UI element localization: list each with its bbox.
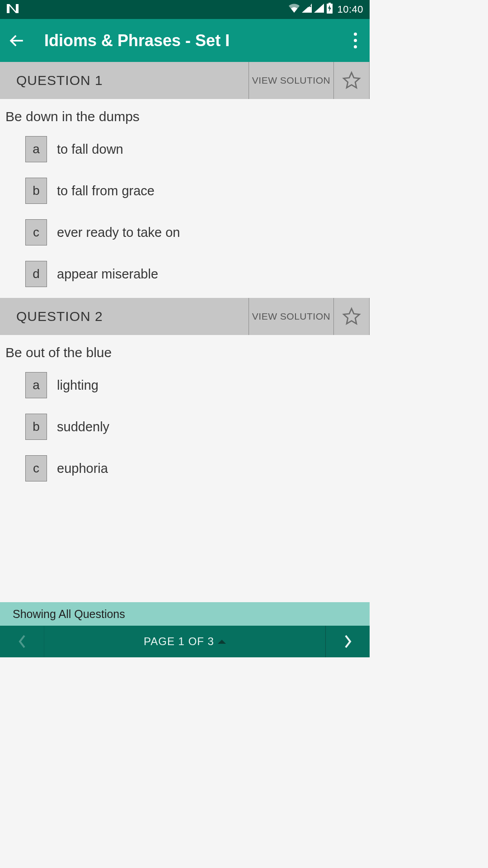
next-page-button[interactable] xyxy=(325,626,370,657)
chevron-left-icon xyxy=(17,634,27,649)
option-row[interactable]: b to fall from grace xyxy=(25,178,364,204)
signal-full-icon xyxy=(314,4,324,15)
status-left xyxy=(6,4,19,15)
footer-nav: PAGE 1 OF 3 xyxy=(0,626,370,657)
question-header-2: QUESTION 2 VIEW SOLUTION xyxy=(0,298,370,335)
dot-icon xyxy=(354,45,357,48)
question-body-2: Be out of the blue a lighting b suddenly… xyxy=(0,335,370,508)
option-letter: a xyxy=(25,136,47,162)
favorite-button[interactable] xyxy=(333,62,370,99)
option-row[interactable]: b suddenly xyxy=(25,414,364,440)
option-row[interactable]: c euphoria xyxy=(25,455,364,481)
question-body-1: Be down in the dumps a to fall down b to… xyxy=(0,99,370,298)
option-text: suddenly xyxy=(57,420,109,434)
status-time: 10:40 xyxy=(337,4,363,15)
option-text: ever ready to take on xyxy=(57,225,180,240)
question-label: QUESTION 2 xyxy=(0,298,249,335)
battery-charging-icon xyxy=(326,3,333,16)
wifi-icon xyxy=(289,4,300,15)
page-indicator[interactable]: PAGE 1 OF 3 xyxy=(44,626,325,657)
page-label: PAGE 1 OF 3 xyxy=(144,635,214,648)
view-solution-button[interactable]: VIEW SOLUTION xyxy=(249,62,333,99)
dot-icon xyxy=(354,39,357,42)
prev-page-button[interactable] xyxy=(0,626,44,657)
question-label: QUESTION 1 xyxy=(0,62,249,99)
triangle-up-icon xyxy=(218,640,226,644)
page-title: Idioms & Phrases - Set I xyxy=(44,31,349,50)
chevron-right-icon xyxy=(343,634,353,649)
option-text: to fall down xyxy=(57,142,123,157)
back-arrow-icon xyxy=(9,33,24,48)
option-row[interactable]: a lighting xyxy=(25,372,364,398)
option-text: lighting xyxy=(57,378,99,393)
status-bar: 10:40 xyxy=(0,0,370,19)
svg-rect-1 xyxy=(328,3,331,4)
star-outline-icon xyxy=(342,307,361,326)
option-letter: d xyxy=(25,261,47,287)
option-letter: c xyxy=(25,455,47,481)
option-letter: c xyxy=(25,219,47,245)
android-n-logo xyxy=(6,4,19,15)
back-button[interactable] xyxy=(8,33,24,49)
signal-x-icon xyxy=(302,4,312,15)
option-letter: a xyxy=(25,372,47,398)
option-letter: b xyxy=(25,414,47,440)
option-row[interactable]: d appear miserable xyxy=(25,261,364,287)
showing-banner: Showing All Questions xyxy=(0,602,370,626)
option-text: appear miserable xyxy=(57,267,158,282)
dot-icon xyxy=(354,33,357,36)
option-letter: b xyxy=(25,178,47,204)
question-header-1: QUESTION 1 VIEW SOLUTION xyxy=(0,62,370,99)
question-text: Be down in the dumps xyxy=(5,109,364,124)
option-row[interactable]: c ever ready to take on xyxy=(25,219,364,245)
view-solution-button[interactable]: VIEW SOLUTION xyxy=(249,298,333,335)
star-outline-icon xyxy=(342,71,361,90)
question-text: Be out of the blue xyxy=(5,345,364,360)
option-text: to fall from grace xyxy=(57,184,155,198)
more-options-button[interactable] xyxy=(349,31,361,51)
option-text: euphoria xyxy=(57,461,108,476)
favorite-button[interactable] xyxy=(333,298,370,335)
app-bar: Idioms & Phrases - Set I xyxy=(0,19,370,62)
status-right: 10:40 xyxy=(289,3,363,16)
option-row[interactable]: a to fall down xyxy=(25,136,364,162)
